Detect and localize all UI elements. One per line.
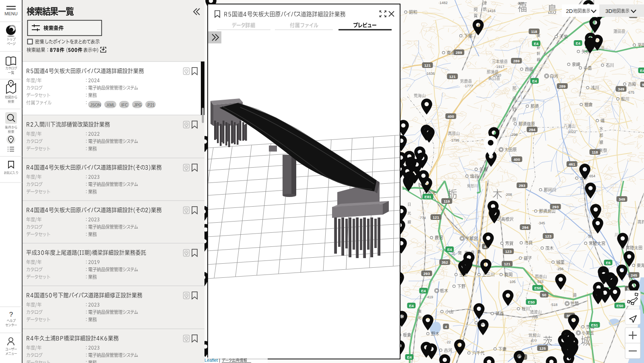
svg-text:·208: ·208 xyxy=(505,193,512,197)
svg-text:E4: E4 xyxy=(640,68,644,73)
svg-text:2D: 2D xyxy=(566,8,573,14)
svg-text:·1636: ·1636 xyxy=(425,72,435,76)
svg-text:·774: ·774 xyxy=(419,216,426,220)
svg-text:289: 289 xyxy=(559,84,566,88)
svg-text:121: 121 xyxy=(424,63,431,68)
svg-text:E4: E4 xyxy=(409,304,414,308)
svg-text:245: 245 xyxy=(631,273,638,277)
svg-text:|: | xyxy=(219,358,220,363)
svg-text:·298: ·298 xyxy=(510,133,518,137)
svg-text:E4: E4 xyxy=(447,247,452,252)
svg-text:Leaflet: Leaflet xyxy=(204,358,218,363)
svg-text:·675: ·675 xyxy=(627,90,634,94)
svg-text:·1482: ·1482 xyxy=(438,1,448,5)
svg-text:·1777: ·1777 xyxy=(464,84,473,88)
svg-text:·105: ·105 xyxy=(508,280,516,284)
svg-text:3D: 3D xyxy=(605,8,613,14)
svg-text:.P21: .P21 xyxy=(147,103,155,107)
svg-text:·1022: ·1022 xyxy=(567,130,576,134)
svg-text:9: 9 xyxy=(642,82,644,87)
svg-text:·877: ·877 xyxy=(530,339,537,343)
svg-text:·22: ·22 xyxy=(446,340,451,344)
svg-text:123: 123 xyxy=(545,234,551,238)
svg-text:E4: E4 xyxy=(534,41,539,46)
svg-text:.XML: .XML xyxy=(105,103,115,107)
svg-text:·1910: ·1910 xyxy=(492,73,501,77)
svg-text:121: 121 xyxy=(433,215,440,219)
svg-text:.JSON: .JSON xyxy=(89,103,101,107)
svg-text:118: 118 xyxy=(592,150,598,154)
svg-text:50: 50 xyxy=(542,293,547,297)
svg-text:123: 123 xyxy=(505,249,512,254)
svg-text:·1416: ·1416 xyxy=(486,9,495,13)
svg-text:289: 289 xyxy=(456,50,462,55)
svg-text:119: 119 xyxy=(444,199,450,203)
svg-text:E50: E50 xyxy=(528,300,535,304)
svg-text:293: 293 xyxy=(423,271,430,276)
svg-text:MENU: MENU xyxy=(4,11,17,16)
svg-text:118: 118 xyxy=(531,29,537,34)
svg-text:294: 294 xyxy=(529,127,536,132)
svg-text:4: 4 xyxy=(445,324,447,329)
svg-text:.IFC: .IFC xyxy=(120,103,128,107)
svg-text:349: 349 xyxy=(618,87,624,91)
svg-text:E4: E4 xyxy=(421,289,426,293)
svg-text:·345: ·345 xyxy=(538,221,545,225)
svg-text:293: 293 xyxy=(552,205,559,209)
svg-text:?: ? xyxy=(9,311,13,318)
svg-text:·518: ·518 xyxy=(550,303,557,307)
svg-text:121: 121 xyxy=(449,74,456,79)
svg-text:·256: ·256 xyxy=(556,267,564,271)
svg-text:349: 349 xyxy=(619,197,625,201)
svg-text:125: 125 xyxy=(539,346,546,351)
svg-text:·709: ·709 xyxy=(530,315,538,319)
svg-text:121: 121 xyxy=(504,262,511,266)
svg-text:E81: E81 xyxy=(425,195,432,199)
svg-text:.JPG: .JPG xyxy=(133,103,142,107)
svg-text:E6: E6 xyxy=(606,260,611,265)
svg-text:461: 461 xyxy=(569,162,576,166)
svg-text:·968: ·968 xyxy=(517,1,524,5)
svg-text:·419: ·419 xyxy=(426,295,433,299)
svg-text:·1917: ·1917 xyxy=(495,65,504,69)
svg-text:400: 400 xyxy=(514,157,520,162)
svg-text:E50: E50 xyxy=(617,304,623,308)
svg-text:·1795: ·1795 xyxy=(450,138,459,142)
svg-text:293: 293 xyxy=(519,183,525,188)
svg-text:E51: E51 xyxy=(591,323,599,327)
svg-text:400: 400 xyxy=(448,114,454,119)
svg-text:E4: E4 xyxy=(407,355,412,359)
svg-text:·533: ·533 xyxy=(536,280,543,284)
svg-text:E50: E50 xyxy=(535,286,541,290)
svg-text:289: 289 xyxy=(513,59,520,63)
svg-text:352: 352 xyxy=(442,260,448,265)
svg-text:294: 294 xyxy=(522,225,529,230)
svg-text:·654: ·654 xyxy=(588,174,595,178)
svg-text:E4: E4 xyxy=(532,79,537,83)
svg-text:E4: E4 xyxy=(576,41,580,45)
